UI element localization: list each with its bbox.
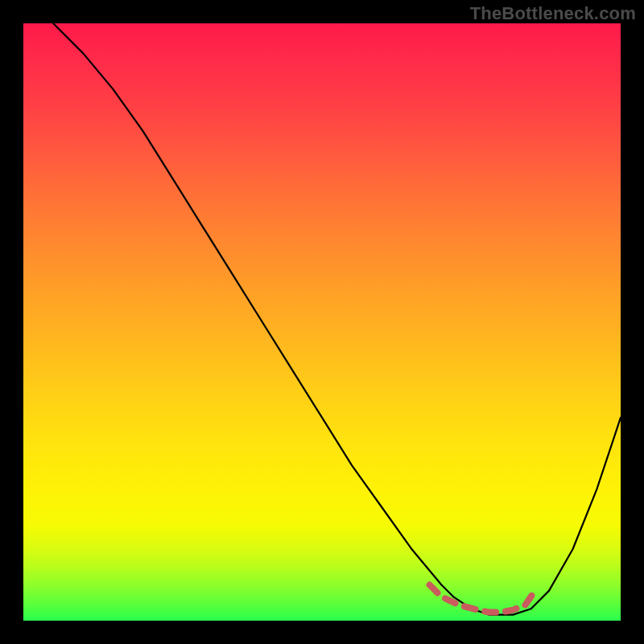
plot-area: [23, 23, 621, 621]
watermark-text: TheBottleneck.com: [470, 3, 636, 24]
bottleneck-curve: [53, 23, 621, 615]
curve-layer: [23, 23, 621, 621]
chart-frame: TheBottleneck.com: [0, 0, 644, 644]
